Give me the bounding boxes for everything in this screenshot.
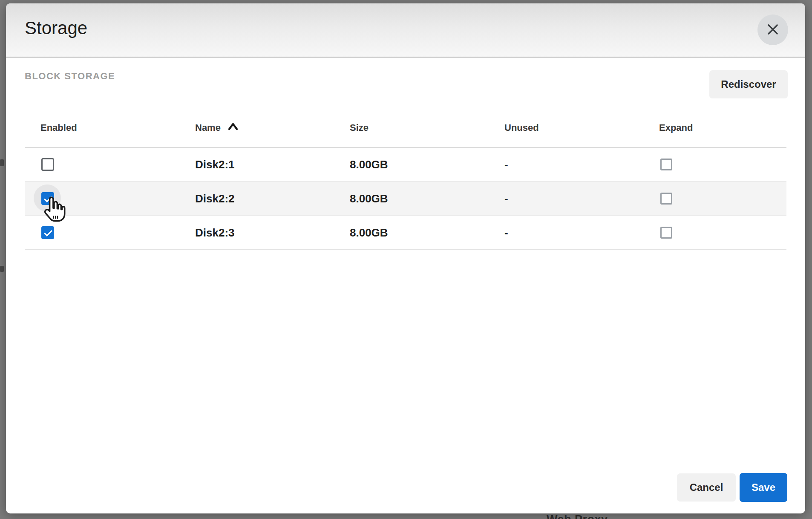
section-label-block-storage: BLOCK STORAGE [25, 71, 115, 82]
expand-checkbox-wrap [659, 157, 674, 172]
storage-dialog: Storage BLOCK STORAGE Rediscover Enabled… [6, 3, 805, 513]
background-artifact [0, 159, 4, 166]
close-button[interactable] [757, 14, 788, 45]
disk-size: 8.00GB [350, 192, 504, 205]
enabled-checkbox-wrap [40, 225, 55, 240]
cancel-button[interactable]: Cancel [677, 473, 736, 502]
expand-checkbox-wrap [659, 191, 674, 206]
expand-checkbox-wrap [659, 225, 674, 240]
sort-ascending-icon [227, 122, 239, 134]
disk-name: Disk2:3 [195, 226, 350, 239]
background-artifact [0, 266, 4, 272]
save-button[interactable]: Save [740, 473, 787, 502]
expand-checkbox[interactable] [660, 227, 672, 239]
disk-name: Disk2:2 [195, 192, 350, 205]
dialog-title: Storage [25, 18, 87, 38]
close-icon [766, 22, 780, 38]
table-row-disk2-3: Disk2:3 8.00GB - [25, 216, 786, 250]
disk-unused: - [504, 226, 659, 239]
enabled-checkbox-wrap [40, 157, 55, 172]
disk-name: Disk2:1 [195, 158, 350, 171]
column-header-size[interactable]: Size [350, 122, 504, 133]
background-partial-text: Web Proxy [547, 513, 608, 519]
table-row-disk2-2: Disk2:2 8.00GB - [25, 182, 786, 216]
enabled-checkbox[interactable] [41, 158, 54, 171]
expand-checkbox[interactable] [660, 193, 672, 205]
column-header-name[interactable]: Name [195, 122, 350, 134]
enabled-checkbox-wrap [40, 191, 55, 206]
dimmed-backdrop: Web Proxy Storage BLOCK STORAGE Rediscov… [0, 0, 812, 519]
dialog-header: Storage [6, 3, 805, 58]
table-header-row: Enabled Name Size Unused Expand [25, 109, 786, 148]
block-storage-table: Enabled Name Size Unused Expand D [25, 109, 786, 250]
disk-unused: - [504, 192, 659, 205]
expand-checkbox[interactable] [660, 159, 672, 170]
enabled-checkbox[interactable] [41, 226, 54, 239]
column-header-enabled[interactable]: Enabled [40, 122, 195, 133]
enabled-checkbox[interactable] [41, 192, 54, 205]
column-header-unused[interactable]: Unused [504, 122, 659, 133]
disk-size: 8.00GB [350, 226, 504, 239]
disk-unused: - [504, 158, 659, 171]
rediscover-button[interactable]: Rediscover [709, 70, 788, 98]
column-header-expand[interactable]: Expand [659, 122, 786, 133]
table-row-disk2-1: Disk2:1 8.00GB - [25, 148, 786, 182]
disk-size: 8.00GB [350, 158, 504, 171]
